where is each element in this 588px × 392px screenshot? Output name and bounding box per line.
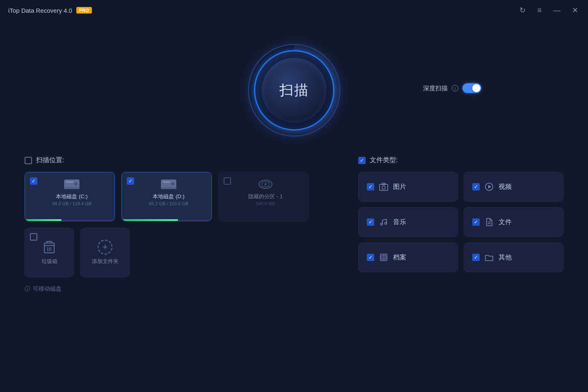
video-checkbox[interactable]: ✓	[472, 183, 480, 190]
deep-scan-area: 深度扫描 i	[423, 83, 481, 93]
file-types-header: ✓ 文件类型:	[358, 156, 563, 165]
disk-c-size: 49.3 GB / 119.4 GB	[52, 201, 92, 206]
disk-d-icon	[160, 178, 177, 190]
disk-d-size: 65.2 GB / 103.5 GB	[149, 201, 188, 206]
bottom-section: 扫描位置: ✓ 本地磁盘 (C:)	[25, 152, 563, 293]
disk-d-checkbox[interactable]: ✓	[127, 177, 134, 185]
image-checkbox[interactable]: ✓	[367, 183, 374, 190]
check-icon: ✓	[368, 184, 373, 190]
svg-rect-7	[161, 187, 176, 189]
close-button[interactable]: ✕	[570, 5, 580, 16]
check-icon: ✓	[360, 158, 364, 163]
disk-hidden-icon	[257, 178, 274, 190]
disk-c-progress	[25, 219, 114, 221]
info-icon[interactable]: i	[452, 85, 458, 92]
svg-marker-23	[488, 185, 491, 188]
file-types-title: 文件类型:	[370, 156, 398, 165]
trash-checkbox[interactable]	[30, 233, 37, 241]
check-icon: ✓	[368, 219, 373, 225]
disk-grid: ✓ 本地磁盘 (C:) 49.3 GB / 119.4 GB	[25, 172, 342, 221]
svg-point-2	[74, 182, 78, 186]
svg-point-10	[264, 183, 267, 186]
check-icon: ✓	[474, 219, 478, 225]
file-type-document[interactable]: ✓ 文件	[464, 207, 563, 237]
music-label: 音乐	[393, 218, 406, 227]
disk-d-progress	[122, 219, 211, 221]
deep-scan-label: 深度扫描	[423, 84, 448, 92]
file-type-music[interactable]: ✓ 音乐	[358, 207, 458, 237]
scan-button[interactable]: 扫描	[262, 58, 327, 123]
svg-point-25	[385, 222, 387, 225]
main-content: 扫描 深度扫描 i 扫描位置: ✓	[0, 21, 588, 293]
disk-card-d[interactable]: ✓ 本地磁盘 (D:) 65.2 GB / 103.5 GB	[121, 172, 212, 221]
disk-card-hidden[interactable]: 隐藏的分区 - 1 549.0 MB	[218, 172, 309, 221]
document-label: 文件	[499, 218, 512, 227]
menu-button[interactable]: ≡	[535, 5, 543, 16]
other-label: 其他	[499, 253, 512, 262]
svg-rect-5	[163, 181, 170, 183]
other-checkbox[interactable]: ✓	[472, 254, 480, 261]
scan-location-title: 扫描位置:	[36, 156, 64, 165]
trash-card[interactable]: 垃圾箱	[25, 228, 74, 277]
disk-c-checkbox[interactable]: ✓	[30, 177, 37, 185]
scan-location-checkbox[interactable]	[25, 157, 32, 164]
disk-hidden-size: 549.0 MB	[256, 201, 275, 206]
svg-rect-1	[66, 181, 73, 183]
svg-rect-3	[64, 187, 79, 189]
archive-icon	[379, 253, 388, 262]
trash-icon	[43, 240, 56, 254]
titlebar-left: iTop Data Recovery 4.0 PRO	[8, 7, 92, 14]
scan-area: 扫描 深度扫描 i	[25, 21, 563, 152]
video-label: 视频	[499, 183, 512, 191]
file-type-archive[interactable]: ✓ 档案	[358, 243, 458, 272]
file-type-video[interactable]: ✓ 视频	[464, 172, 563, 202]
add-folder-icon: +	[98, 240, 112, 254]
pro-badge: PRO	[76, 7, 92, 14]
scan-middle-ring: 扫描	[254, 50, 334, 131]
play-icon	[485, 182, 494, 191]
check-icon: ✓	[474, 254, 478, 260]
disk-c-name: 本地磁盘 (C:)	[56, 193, 87, 200]
svg-rect-21	[382, 183, 385, 185]
document-icon	[485, 218, 494, 227]
folder-icon	[485, 253, 494, 262]
music-checkbox[interactable]: ✓	[367, 218, 374, 226]
scan-outer-ring: 扫描	[249, 45, 339, 135]
plus-icon: +	[103, 243, 108, 252]
disk-hidden-checkbox[interactable]	[224, 177, 231, 185]
check-icon: ✓	[368, 254, 373, 260]
file-type-image[interactable]: ✓ 图片	[358, 172, 458, 202]
camera-icon	[379, 182, 388, 191]
refresh-button[interactable]: ↻	[518, 5, 527, 16]
disk-d-progress-bar	[122, 219, 178, 221]
music-icon	[379, 218, 388, 227]
file-types: ✓ 文件类型: ✓ 图片	[358, 156, 563, 293]
file-type-other[interactable]: ✓ 其他	[464, 243, 563, 272]
removable-info-icon: ⓘ	[25, 285, 30, 293]
removable-text: 可移动磁盘	[33, 285, 62, 293]
disk-c-progress-bar	[25, 219, 62, 221]
archive-checkbox[interactable]: ✓	[367, 254, 374, 261]
disk-grid-row2: 垃圾箱 + 添加文件夹	[25, 228, 342, 277]
check-icon: ✓	[474, 184, 478, 190]
disk-card-c[interactable]: ✓ 本地磁盘 (C:) 49.3 GB / 119.4 GB	[25, 172, 115, 221]
svg-point-6	[171, 182, 174, 186]
add-folder-label: 添加文件夹	[92, 258, 119, 265]
scan-location-header: 扫描位置:	[25, 156, 342, 165]
check-icon: ✓	[32, 178, 36, 184]
archive-label: 档案	[393, 253, 406, 262]
titlebar-right: ↻ ≡ — ✕	[518, 5, 580, 16]
deep-scan-toggle[interactable]	[462, 83, 481, 93]
svg-point-24	[381, 223, 383, 225]
minimize-button[interactable]: —	[551, 5, 562, 16]
disk-hidden-name: 隐藏的分区 - 1	[248, 193, 283, 200]
check-icon: ✓	[128, 178, 133, 184]
file-type-grid: ✓ 图片 ✓	[358, 172, 563, 272]
app-title: iTop Data Recovery 4.0	[8, 7, 72, 14]
document-checkbox[interactable]: ✓	[472, 218, 480, 226]
scan-button-wrapper: 扫描	[249, 45, 339, 135]
file-types-checkbox[interactable]: ✓	[358, 157, 366, 164]
add-folder-card[interactable]: + 添加文件夹	[80, 228, 130, 277]
svg-point-20	[382, 186, 385, 189]
removable-label: ⓘ 可移动磁盘	[25, 285, 342, 293]
